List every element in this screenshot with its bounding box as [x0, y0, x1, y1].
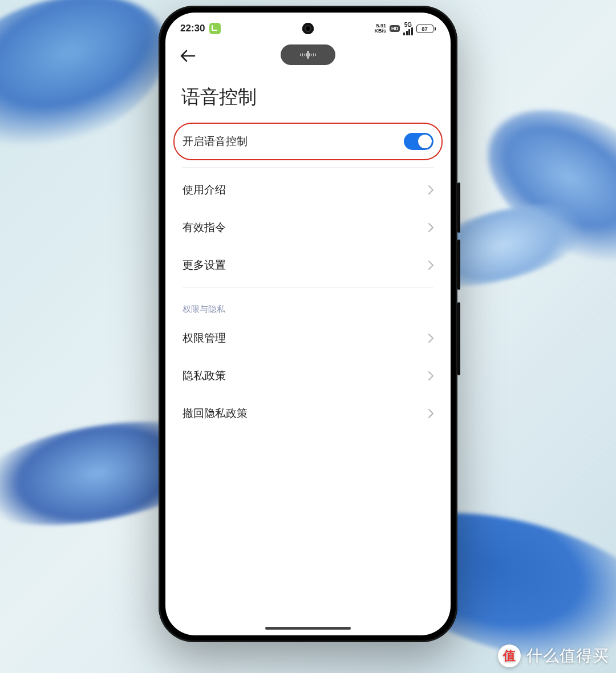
front-camera	[302, 23, 314, 34]
signal-icon	[403, 27, 413, 35]
more-settings-row[interactable]: 更多设置	[175, 246, 441, 284]
phone-frame: 22:30 5.91 KB/s HD 5G 87	[159, 6, 457, 642]
row-label: 使用介绍	[183, 183, 226, 197]
hd-icon: HD	[390, 25, 400, 32]
page-title: 语音控制	[165, 74, 451, 123]
watermark: 值 什么值得买	[498, 644, 609, 667]
chevron-right-icon	[428, 223, 433, 232]
enable-voice-control-row[interactable]: 开启语音控制	[173, 123, 443, 160]
volume-up-button	[457, 183, 460, 233]
voice-indicator-pill[interactable]	[281, 44, 335, 65]
battery-level: 87	[416, 25, 433, 33]
usage-intro-row[interactable]: 使用介绍	[175, 171, 441, 209]
enable-voice-control-toggle[interactable]	[404, 133, 433, 150]
privacy-policy-row[interactable]: 隐私政策	[175, 357, 441, 395]
watermark-badge: 值	[498, 644, 521, 667]
arrow-left-icon	[180, 50, 196, 62]
chevron-right-icon	[428, 334, 433, 343]
battery-icon: 87	[416, 25, 436, 33]
chevron-right-icon	[428, 371, 433, 380]
nav-bar	[165, 40, 451, 74]
notification-app-icon	[209, 23, 221, 34]
row-label: 隐私政策	[183, 368, 226, 383]
home-indicator[interactable]	[265, 627, 351, 630]
divider	[183, 287, 433, 288]
row-label: 撤回隐私政策	[183, 406, 248, 421]
network-speed: 5.91 KB/s	[375, 23, 387, 34]
row-label: 更多设置	[183, 258, 226, 273]
network-type: 5G	[403, 22, 413, 35]
network-speed-unit: KB/s	[375, 29, 387, 34]
network-type-label: 5G	[403, 22, 413, 27]
divider	[183, 167, 433, 168]
revoke-privacy-policy-row[interactable]: 撤回隐私政策	[175, 395, 441, 432]
enable-voice-control-label: 开启语音控制	[183, 134, 248, 149]
chevron-right-icon	[428, 409, 433, 418]
back-button[interactable]	[178, 48, 197, 64]
status-time: 22:30	[180, 23, 205, 34]
permission-management-row[interactable]: 权限管理	[175, 319, 441, 357]
chevron-right-icon	[428, 185, 433, 194]
privacy-section-header: 权限与隐私	[175, 291, 441, 319]
screen: 22:30 5.91 KB/s HD 5G 87	[165, 13, 451, 635]
settings-list: 开启语音控制 使用介绍 有效指令 更多设置	[165, 123, 451, 432]
chevron-right-icon	[428, 261, 433, 270]
power-button	[457, 302, 460, 375]
row-label: 权限管理	[183, 331, 226, 346]
row-label: 有效指令	[183, 220, 226, 235]
watermark-text: 什么值得买	[526, 645, 609, 667]
volume-down-button	[457, 240, 460, 290]
valid-commands-row[interactable]: 有效指令	[175, 209, 441, 246]
